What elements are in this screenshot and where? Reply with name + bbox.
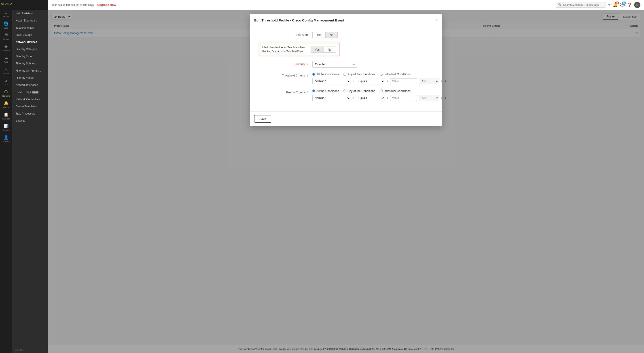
severity-control: Trouble Critical Warning Down <box>312 61 433 68</box>
sidebar-item-health[interactable]: Health Dashboard <box>12 17 48 24</box>
icon-bar-item-gcp[interactable]: G GCP <box>0 76 12 87</box>
modal-footer: Save <box>250 111 442 126</box>
mark-device-toggle: Yes No <box>310 47 336 53</box>
sidebar-item-device-templates[interactable]: Device Templates <box>12 103 48 110</box>
beta-badge: BETA <box>32 91 38 94</box>
icon-bar-item-vmware[interactable]: ◈ VMware <box>0 42 12 53</box>
icon-bar-item-applogs[interactable]: 📋 AppLogs <box>0 110 12 121</box>
notification-count: 91 <box>615 2 619 4</box>
threshold-add-button[interactable]: + <box>444 79 447 84</box>
icon-bar-item-reports[interactable]: 📊 Reports <box>0 121 12 133</box>
skip-alert-label: Skip Alert <box>259 32 308 37</box>
sidebar-nav: Help Assistant Health Dashboard Topology… <box>12 10 48 347</box>
sidebar-item-filter-subnets[interactable]: Filter by Subnets <box>12 60 48 67</box>
threshold-radio-any[interactable]: Any of the Conditions <box>344 73 375 76</box>
mark-device-row: Mark the device as Trouble when the trap… <box>259 43 433 56</box>
sidebar-item-network-interfaces[interactable]: Network Interfaces <box>12 81 48 89</box>
message-icon-btn[interactable]: 💬 12 <box>620 3 625 8</box>
sidebar-item-filter-type[interactable]: Filter by Type <box>12 53 48 60</box>
rearm-varbind-select[interactable]: Varbind 1 <box>312 95 350 101</box>
threshold-radio-all[interactable]: All the Conditions <box>312 73 339 76</box>
applogs-icon: 📋 <box>4 112 8 117</box>
skip-alert-toggle: Yes No <box>312 32 338 38</box>
icon-bar-item-home[interactable]: ⌂ Home <box>0 8 12 19</box>
rearm-value-input[interactable] <box>390 95 417 101</box>
rearm-radio-any[interactable]: Any of the Conditions <box>344 89 375 93</box>
threshold-value-input[interactable] <box>390 78 417 84</box>
save-button[interactable]: Save <box>254 115 271 123</box>
icon-bar: Site24x7 ⌂ Home 🌐 Web 🖥 Server ◈ VMware … <box>0 0 12 353</box>
gcp-icon: G <box>4 78 8 83</box>
add-icon[interactable]: + <box>608 3 610 7</box>
threshold-criteria-info-icon[interactable]: ℹ <box>307 74 308 77</box>
sidebar-item-topology[interactable]: Topology Maps <box>12 24 48 31</box>
icon-bar-item-admin[interactable]: 👤 Admin <box>0 133 12 144</box>
rearm-radio-individual[interactable]: Individual Conditions <box>380 89 410 93</box>
rearm-criteria-control: All the Conditions Any of the Conditions… <box>312 89 447 101</box>
mark-device-no[interactable]: No <box>324 47 336 52</box>
severity-info-icon[interactable]: ℹ <box>307 63 308 66</box>
modal-close-button[interactable]: × <box>435 18 438 23</box>
severity-select[interactable]: Trouble Critical Warning Down <box>312 61 357 68</box>
upgrade-link[interactable]: Upgrade Now <box>97 3 116 7</box>
mark-device-yes[interactable]: Yes <box>311 47 324 52</box>
modal-title: Edit Threshold Profile - Cisco Config Ma… <box>254 18 344 22</box>
search-input[interactable] <box>563 3 603 7</box>
alarms-icon: 🔔 <box>4 101 8 106</box>
rearm-radio-all[interactable]: All the Conditions <box>312 89 339 93</box>
topbar: Your evaluation expires in 106 days Upgr… <box>48 0 644 10</box>
icon-bar-item-azure[interactable]: △ Azure <box>0 65 12 76</box>
icon-bar-item-web[interactable]: 🌐 Web <box>0 19 12 31</box>
message-count: 12 <box>622 2 626 4</box>
azure-icon: △ <box>4 67 8 72</box>
sidebar-item-settings[interactable]: Settings <box>12 117 48 124</box>
icon-bar-item-aws[interactable]: ☁ AWS <box>0 53 12 65</box>
sidebar-item-network-devices[interactable]: Network Devices <box>12 39 48 46</box>
skip-alert-no[interactable]: No <box>325 32 338 38</box>
threshold-criteria-inputs: Varbind 1 ⬍ Equals ⬍ AND OR <box>312 78 447 84</box>
vmware-icon: ◈ <box>4 44 8 49</box>
icon-bar-item-server[interactable]: 🖥 Server <box>0 31 12 42</box>
rearm-criteria-info-icon[interactable]: ℹ <box>307 91 308 94</box>
threshold-criteria-row: Threshold Criteria ℹ All the Conditions … <box>259 73 433 84</box>
threshold-criteria-control: All the Conditions Any of the Conditions… <box>312 73 447 84</box>
sidebar-item-filter-category[interactable]: Filter by Category <box>12 46 48 53</box>
mark-device-control: Mark the device as Trouble when the trap… <box>259 43 433 56</box>
rearm-equals-stepper: ⬍ <box>386 97 388 99</box>
threshold-radio-individual[interactable]: Individual Conditions <box>380 73 410 76</box>
app-logo: Site24x7 <box>1 3 13 6</box>
avatar[interactable]: U <box>634 2 640 8</box>
icon-bar-item-network[interactable]: ⬡ Network <box>0 87 12 98</box>
skip-alert-control: Yes No <box>312 32 433 38</box>
skip-alert-yes[interactable]: Yes <box>312 32 325 38</box>
rearm-connector-select[interactable]: AND OR <box>419 95 439 101</box>
sidebar-item-network-cred[interactable]: Network Credentials <box>12 96 48 103</box>
sidebar-item-help[interactable]: Help Assistant <box>12 10 48 17</box>
threshold-equals-stepper: ⬍ <box>386 80 388 83</box>
sidebar-item-layer2[interactable]: Layer 2 Maps <box>12 31 48 39</box>
sidebar-item-filter-vendor[interactable]: Filter by Vendor <box>12 74 48 81</box>
threshold-varbind-stepper: ⬍ <box>352 80 354 83</box>
sidebar-item-snmp-traps[interactable]: SNMP Traps BETA <box>12 89 48 96</box>
threshold-radio-group: All the Conditions Any of the Conditions… <box>312 73 447 76</box>
modal-header: Edit Threshold Profile - Cisco Config Ma… <box>250 14 442 27</box>
icon-bar-item-alarms[interactable]: 🔔 Alarms <box>0 98 12 110</box>
help-icon[interactable]: ❓ <box>627 3 632 8</box>
rearm-add-button[interactable]: + <box>444 96 447 100</box>
notification-bell[interactable]: 🔔 91 <box>613 3 618 8</box>
severity-label: Severity ℹ <box>259 61 308 66</box>
threshold-connector-select[interactable]: AND OR <box>419 78 439 84</box>
mark-device-text: Mark the device as Trouble when the trap… <box>262 46 307 54</box>
sidebar-item-trap-processors[interactable]: Trap Processors <box>12 110 48 117</box>
rearm-varbind-stepper: ⬍ <box>352 97 354 99</box>
threshold-equals-select[interactable]: Equals <box>356 78 385 84</box>
edit-threshold-modal: Edit Threshold Profile - Cisco Config Ma… <box>250 14 442 126</box>
threshold-varbind-select[interactable]: Varbind 1 <box>312 78 350 84</box>
rearm-criteria-inputs: Varbind 1 ⬍ Equals ⬍ AND OR <box>312 95 447 101</box>
admin-icon: 👤 <box>4 135 8 140</box>
rearm-criteria-row: Rearm Criteria ℹ All the Conditions Any … <box>259 89 433 101</box>
threshold-criteria-label: Threshold Criteria ℹ <box>259 73 308 77</box>
sidebar-item-filter-onprem[interactable]: Filter by On-Premis... <box>12 67 48 74</box>
search-bar[interactable]: 🔍 <box>556 2 606 8</box>
rearm-equals-select[interactable]: Equals <box>356 95 385 101</box>
